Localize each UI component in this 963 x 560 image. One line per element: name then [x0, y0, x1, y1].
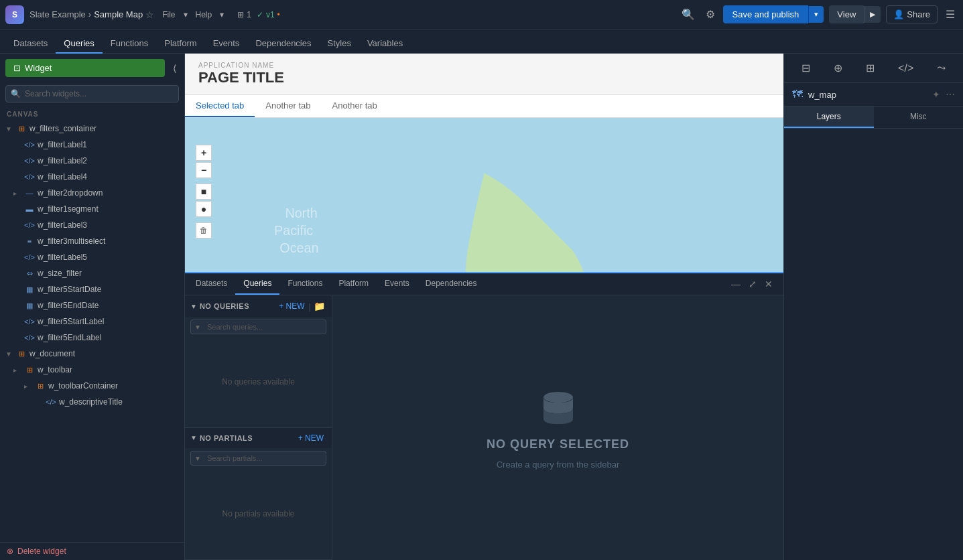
pages-badge[interactable]: ⊞ 1 [237, 10, 251, 19]
query-panel-expand-button[interactable]: ⤢ [746, 276, 759, 292]
no-query-selected-title: NO QUERY SELECTED [487, 437, 629, 451]
pages-icon: ⊞ [237, 10, 244, 19]
code-icon: </> [24, 332, 35, 343]
search-widgets-input[interactable] [5, 85, 179, 102]
breadcrumb-sep: › [88, 9, 91, 19]
page-tab-another1[interactable]: Another tab [255, 95, 321, 117]
tree-item-w-filter5EndDate[interactable]: ▦ w_filter5EndDate [0, 297, 184, 313]
star-icon[interactable]: ☆ [145, 9, 154, 20]
view-dropdown-button[interactable]: ▶ [864, 6, 881, 23]
map-circle-button[interactable]: ● [196, 201, 212, 217]
share-label: Share [907, 9, 930, 19]
search-partials-input[interactable] [190, 451, 326, 466]
tree-item-w-filter5StartLabel[interactable]: </> w_filter5StartLabel [0, 313, 184, 330]
code-icon: </> [24, 155, 35, 166]
delete-widget-button[interactable]: ⊗ Delete widget [0, 542, 184, 560]
page-tab-selected[interactable]: Selected tab [185, 95, 255, 117]
rp-frame-icon-button[interactable]: ⊞ [863, 59, 877, 77]
tab-datasets[interactable]: Datasets [5, 34, 56, 54]
query-panel-tab-functions[interactable]: Functions [279, 273, 330, 295]
widget-settings-button[interactable]: ✦ [932, 89, 940, 100]
tree-item-w-filterLabel1[interactable]: </> w_filterLabel1 [0, 137, 184, 153]
rp-connect-icon-button[interactable]: ⤳ [934, 59, 948, 77]
new-query-button[interactable]: + NEW [276, 300, 307, 312]
query-panel-header: Datasets Queries Functions Platform Even… [185, 273, 783, 295]
rp-code-icon-button[interactable]: </> [895, 60, 916, 77]
tab-queries[interactable]: Queries [56, 34, 103, 54]
query-panel-tab-platform[interactable]: Platform [330, 273, 377, 295]
save-publish-button[interactable]: Save and publish [723, 5, 809, 23]
rp-stack-icon-button[interactable]: ⊕ [831, 59, 845, 77]
app-name-label: APPLICATION NAME [198, 62, 770, 69]
view-button[interactable]: View [829, 5, 864, 23]
tree-item-name: w_filter5EndDate [38, 301, 99, 310]
tree-item-w-document[interactable]: ▼ ⊞ w_document [0, 346, 184, 362]
rp-layers-icon-button[interactable]: ⊟ [799, 59, 813, 77]
main-layout: ⊡ Widget ⟨ 🔍 CANVAS ▼ ⊞ w_filters_contai… [0, 54, 963, 560]
svg-text:Pacific: Pacific [274, 223, 313, 238]
widget-btn-label: Widget [25, 63, 52, 73]
tab-events[interactable]: Events [205, 34, 248, 54]
collapse-sidebar-button[interactable]: ⟨ [170, 60, 179, 76]
search-button[interactable]: 🔍 [679, 5, 698, 23]
tree-item-name: w_filter3multiselect [38, 236, 105, 246]
chevron-icon: ▼ [5, 125, 13, 133]
v1-badge[interactable]: ✓ v1 • [257, 10, 280, 19]
file-arrow[interactable]: ▾ [181, 9, 190, 21]
tree-item-w-filters-container[interactable]: ▼ ⊞ w_filters_container [0, 121, 184, 137]
tree-item-name: w_filterLabel5 [38, 253, 87, 262]
tree-item-w-filterLabel3[interactable]: </> w_filterLabel3 [0, 217, 184, 233]
top-bar: S Slate Example › Sample Map ☆ File▾ Hel… [0, 0, 963, 29]
help-arrow[interactable]: ▾ [217, 9, 227, 21]
tab-platform[interactable]: Platform [156, 34, 204, 54]
page-tab-another2[interactable]: Another tab [322, 95, 388, 117]
code-icon: </> [24, 220, 35, 230]
file-menu[interactable]: File [159, 9, 178, 21]
no-partials-toggle[interactable]: ▼ [190, 434, 197, 441]
map-trash-button[interactable]: 🗑 [196, 222, 212, 238]
map-square-button[interactable]: ■ [196, 184, 212, 200]
tree-item-w-filterLabel2[interactable]: </> w_filterLabel2 [0, 153, 184, 169]
tree-item-w-toolbar[interactable]: ▸ ⊞ w_toolbar [0, 362, 184, 378]
tree-item-w-descriptiveTitle[interactable]: </> w_descriptiveTitle [0, 394, 184, 410]
tab-variables[interactable]: Variables [359, 34, 411, 54]
query-panel-tab-datasets[interactable]: Datasets [188, 273, 235, 295]
new-partial-button[interactable]: + NEW [296, 432, 326, 444]
add-widget-button[interactable]: ⊡ Widget [5, 59, 165, 77]
no-queries-toggle[interactable]: ▼ [190, 303, 197, 310]
tree-item-w-filter5StartDate[interactable]: ▦ w_filter5StartDate [0, 281, 184, 297]
query-panel-tab-dependencies[interactable]: Dependencies [418, 273, 485, 295]
share-button[interactable]: 👤 Share [886, 5, 938, 23]
tree-item-w-filter2dropdown[interactable]: ▸ — w_filter2dropdown [0, 185, 184, 201]
tab-styles[interactable]: Styles [320, 34, 359, 54]
import-query-button[interactable]: 📁 [312, 299, 326, 313]
toolbar-right: 🔍 ⚙ Save and publish ▾ View ▶ 👤 Share ☰ [679, 5, 958, 23]
query-panel-tab-events[interactable]: Events [377, 273, 418, 295]
tree-item-w-toolbarContainer[interactable]: ▸ ⊞ w_toolbarContainer [0, 378, 184, 394]
tab-functions[interactable]: Functions [103, 34, 156, 54]
widget-more-button[interactable]: ⋯ [946, 89, 955, 100]
tree-item-w-filterLabel4[interactable]: </> w_filterLabel4 [0, 169, 184, 185]
query-panel-close-button[interactable]: ✕ [762, 276, 775, 292]
map-zoom-in-button[interactable]: + [196, 145, 212, 161]
tree-item-w-filter1segment[interactable]: ▬ w_filter1segment [0, 201, 184, 217]
rp-tab-misc[interactable]: Misc [874, 107, 964, 128]
settings-button[interactable]: ⚙ [703, 5, 718, 23]
help-menu[interactable]: Help [193, 9, 215, 21]
hamburger-button[interactable]: ☰ [943, 5, 958, 23]
rp-tab-layers[interactable]: Layers [784, 107, 874, 128]
widget-map-icon: 🗺 [792, 88, 803, 100]
map-zoom-out-button[interactable]: − [196, 162, 212, 178]
tab-dependencies[interactable]: Dependencies [247, 34, 319, 54]
search-wrap: 🔍 [0, 82, 184, 108]
query-panel-tab-queries[interactable]: Queries [235, 273, 279, 295]
breadcrumb-parent[interactable]: Slate Example [29, 9, 86, 19]
tree-item-w-filter5EndLabel[interactable]: </> w_filter5EndLabel [0, 330, 184, 346]
tree-item-w-size-filter[interactable]: ⇔ w_size_filter [0, 265, 184, 281]
search-queries-input[interactable] [190, 320, 326, 334]
tree-item-w-filterLabel5[interactable]: </> w_filterLabel5 [0, 249, 184, 265]
tree-item-name: w_filterLabel4 [38, 172, 87, 182]
query-panel-minimize-button[interactable]: — [728, 276, 743, 292]
save-publish-dropdown-button[interactable]: ▾ [808, 6, 824, 23]
tree-item-w-filter3multiselect[interactable]: ≡ w_filter3multiselect [0, 233, 184, 249]
